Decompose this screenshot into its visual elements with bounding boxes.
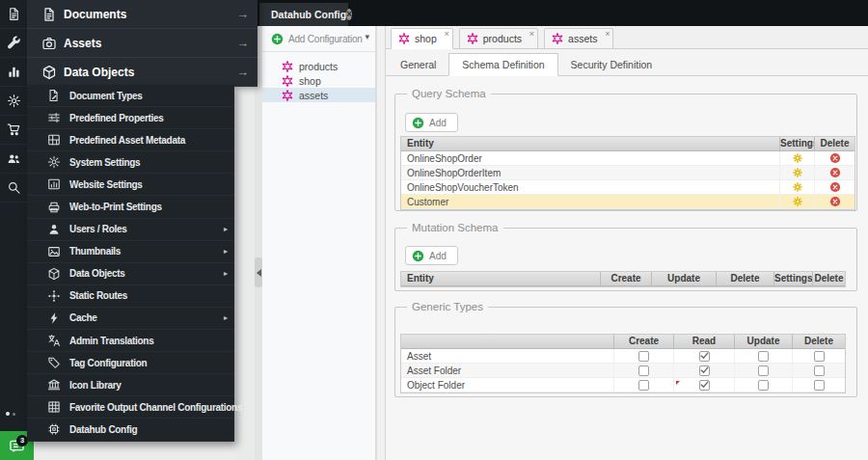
chevron-down-icon[interactable] — [365, 32, 369, 41]
read-checkbox[interactable] — [699, 365, 710, 376]
rail-item-documents-icon[interactable] — [0, 0, 27, 29]
menu-item-cache[interactable]: Cache — [27, 308, 234, 330]
generic-types-row-asset-folder[interactable]: Asset Folder — [401, 364, 845, 378]
column-header-entity: Entity — [401, 272, 601, 285]
query-schema-row-onlineshoporder[interactable]: OnlineShopOrder — [401, 151, 854, 166]
update-checkbox[interactable] — [758, 365, 769, 376]
tree-item-shop[interactable]: shop — [262, 73, 375, 88]
delete-icon[interactable] — [829, 167, 841, 178]
menu-item-predefined-asset-metadata[interactable]: Predefined Asset Metadata — [27, 129, 234, 151]
create-checkbox[interactable] — [638, 351, 649, 362]
menu-item-label: Thumbnails — [69, 246, 121, 257]
menu-section-data-objects[interactable]: Data Objects — [27, 58, 258, 87]
rail-item-tools-icon[interactable] — [0, 29, 27, 58]
favorite-output-icon — [47, 400, 61, 414]
menu-item-data-objects[interactable]: Data Objects — [27, 263, 234, 285]
config-tree-panel: Add Configuration productsshopassets — [262, 26, 376, 460]
read-checkbox[interactable] — [699, 380, 710, 391]
rail-item-search-icon[interactable] — [0, 174, 27, 203]
menu-item-datahub-config[interactable]: Datahub Config — [27, 419, 234, 441]
check-icon — [699, 379, 710, 390]
delete-icon[interactable] — [829, 181, 841, 193]
tools-icon — [7, 36, 21, 50]
gear-icon[interactable] — [792, 152, 803, 164]
menu-item-icon-library[interactable]: Icon Library — [27, 374, 234, 396]
menu-subitems: Document TypesPredefined PropertiesPrede… — [27, 85, 234, 442]
rail-item-reports-icon[interactable] — [0, 58, 27, 87]
menu-item-system-settings[interactable]: System Settings — [27, 151, 234, 174]
column-header-delete: Delete — [813, 272, 845, 285]
query-schema-row-customer[interactable]: Customer — [401, 195, 854, 209]
menu-section-label: Documents — [64, 8, 126, 21]
settings-cell — [780, 195, 815, 208]
delete-checkbox[interactable] — [814, 351, 825, 362]
mutation-schema-add-button[interactable]: Add — [405, 246, 458, 265]
rail-item-users-icon[interactable] — [0, 145, 27, 174]
query-schema-row-onlineshoporderitem[interactable]: OnlineShopOrderItem — [401, 166, 854, 180]
rail-item-ecommerce-icon[interactable] — [0, 116, 27, 145]
update-checkbox[interactable] — [758, 351, 769, 362]
tree-item-assets[interactable]: assets — [262, 88, 375, 102]
tab-assets[interactable]: assets — [544, 28, 613, 49]
config-tree-items: productsshopassets — [262, 59, 375, 102]
menu-item-users-roles[interactable]: Users / Roles — [27, 219, 234, 241]
tree-item-label: shop — [299, 75, 321, 87]
static-routes-icon — [47, 289, 61, 303]
delete-checkbox[interactable] — [814, 380, 825, 391]
menu-item-label: Icon Library — [69, 380, 122, 391]
chevron-right-icon — [224, 269, 228, 278]
gear-icon[interactable] — [792, 181, 803, 193]
query-schema-legend: Query Schema — [407, 88, 491, 99]
menu-item-favorite-output-channel-configurations[interactable]: Favorite Output Channel Configurations — [27, 396, 234, 419]
panel-splitter[interactable] — [376, 26, 386, 460]
graphql-icon — [467, 33, 478, 44]
menu-section-label: Assets — [64, 37, 101, 50]
add-button-label: Add — [429, 251, 447, 261]
tree-item-products[interactable]: products — [262, 59, 375, 73]
menu-item-admin-translations[interactable]: Admin Translations — [27, 330, 234, 352]
add-configuration-button[interactable]: Add Configuration — [271, 33, 363, 45]
mutation-schema-fieldset: Mutation Schema Add EntityCreateUpdateDe… — [394, 228, 857, 291]
close-panel-icon[interactable] — [346, 9, 352, 20]
delete-cell — [815, 151, 854, 165]
menu-item-label: Tag Configuration — [69, 358, 147, 368]
query-schema-add-button[interactable]: Add — [405, 113, 458, 132]
subtab-general[interactable]: General — [388, 53, 448, 76]
menu-item-web-to-print-settings[interactable]: Web-to-Print Settings — [27, 196, 234, 218]
gear-icon[interactable] — [792, 196, 803, 207]
tab-shop[interactable]: shop — [391, 28, 453, 49]
cache-icon — [47, 311, 61, 325]
menu-item-document-types[interactable]: Document Types — [27, 85, 234, 107]
read-checkbox[interactable] — [699, 351, 710, 362]
menu-item-predefined-properties[interactable]: Predefined Properties — [27, 107, 234, 129]
menu-item-website-settings[interactable]: Website Settings — [27, 174, 234, 196]
subtab-security-definition[interactable]: Security Definition — [558, 53, 665, 76]
delete-checkbox[interactable] — [814, 365, 825, 376]
rail-item-system-settings-icon[interactable] — [0, 87, 27, 116]
menu-section-documents[interactable]: Documents — [27, 0, 258, 29]
document-types-icon — [47, 89, 61, 102]
menu-section-assets[interactable]: Assets — [27, 29, 258, 58]
close-tab-icon[interactable] — [445, 29, 449, 39]
config-tree-toolbar: Add Configuration — [262, 26, 375, 52]
menu-item-thumbnails[interactable]: Thumbnails — [27, 241, 234, 263]
generic-types-row-object-folder[interactable]: Object Folder — [401, 378, 845, 392]
update-checkbox[interactable] — [758, 380, 769, 391]
close-tab-icon[interactable] — [605, 29, 610, 39]
query-schema-row-onlineshopvouchertoken[interactable]: OnlineShopVoucherToken — [401, 180, 854, 195]
delete-icon[interactable] — [829, 196, 841, 207]
create-checkbox[interactable] — [638, 365, 649, 376]
menu-item-label: Data Objects — [69, 268, 125, 279]
delete-icon[interactable] — [829, 152, 841, 164]
subtab-schema-definition[interactable]: Schema Definition — [448, 53, 557, 76]
tab-products[interactable]: products — [459, 28, 538, 49]
gear-icon[interactable] — [792, 167, 803, 178]
tree-collapse-handle[interactable] — [255, 257, 262, 287]
generic-types-row-asset[interactable]: Asset — [401, 349, 845, 364]
datahub-config-panel-tab[interactable]: Datahub Config — [259, 3, 348, 26]
menu-item-tag-configuration[interactable]: Tag Configuration — [27, 352, 234, 374]
create-checkbox[interactable] — [638, 380, 649, 391]
read-cell — [674, 364, 735, 377]
menu-item-static-routes[interactable]: Static Routes — [27, 285, 234, 308]
close-tab-icon[interactable] — [529, 29, 534, 39]
